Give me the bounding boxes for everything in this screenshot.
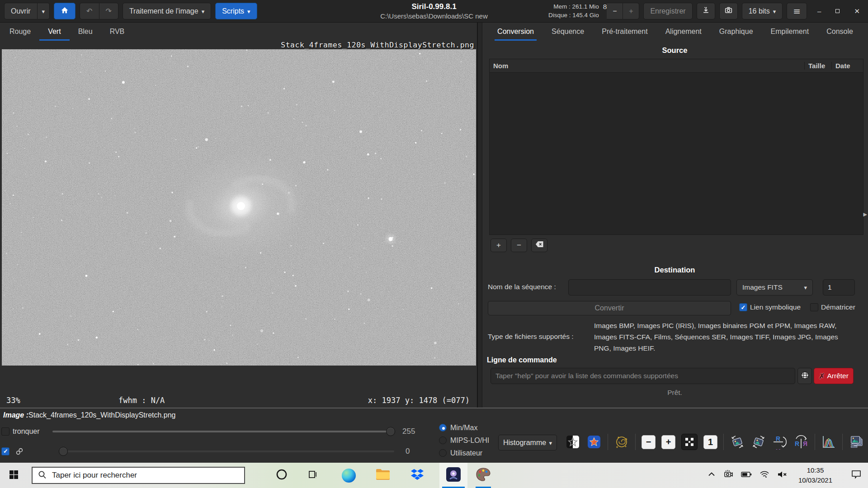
open-button[interactable]: Ouvrir [4,3,38,19]
panel-expander-arrow[interactable]: ▶ [863,211,867,217]
pane-splitter[interactable] [477,23,482,408]
column-taille[interactable]: Taille [804,62,831,70]
debayer-checkbox[interactable]: Dématricer [810,303,855,311]
thread-decrement-button[interactable]: − [607,3,623,19]
link-sliders-checkbox[interactable] [1,447,9,455]
tab-graphique[interactable]: Graphique [717,23,756,41]
source-file-table: Nom Taille Date [489,59,863,235]
redo-button[interactable]: ↷ [99,3,118,19]
start-index-input[interactable] [823,279,855,296]
symlink-checkbox[interactable]: Lien symbolique [739,303,801,311]
column-date[interactable]: Date [831,62,863,70]
filetypes-label: Type de fichiers supportés : [488,333,574,341]
slider-handle[interactable] [59,447,68,456]
undo-button[interactable]: ↶ [80,3,99,19]
display-controls-bar: Image :Stack_4frames_120s_WithDisplayStr… [0,408,868,463]
tab-pretraitement[interactable]: Pré-traitement [599,23,650,41]
tab-sequence[interactable]: Séquence [549,23,587,41]
tab-conversion[interactable]: Conversion [495,23,537,41]
command-input[interactable] [491,368,795,384]
start-button[interactable] [0,463,27,488]
add-files-button[interactable]: + [491,239,507,252]
taskbar-app-dropbox[interactable] [407,463,428,488]
histogram-button[interactable] [821,434,836,450]
slider-handle[interactable] [386,427,395,436]
taskbar-app-edge[interactable] [338,463,359,488]
tray-battery-icon[interactable] [741,471,752,480]
star-detection-button[interactable] [586,434,602,450]
tab-rouge[interactable]: Rouge [1,23,39,41]
window-controls: – ✕ [817,7,860,15]
close-button[interactable]: ✕ [854,7,860,15]
sequence-list-button[interactable] [849,434,864,450]
command-help-button[interactable] [797,368,812,384]
display-mode-dropdown[interactable]: Histogramme [498,435,557,450]
redo-icon: ↷ [106,7,112,15]
tray-chevron-icon[interactable] [708,470,716,480]
taskbar-search[interactable]: Taper ici pour rechercher [32,467,245,484]
tray-volume-muted-icon[interactable] [777,470,788,480]
source-file-list[interactable] [490,73,863,235]
output-format-dropdown[interactable]: Images FITS [736,279,813,296]
disk-space: Disque : 145.4 Gio [548,11,599,19]
zoom-one-to-one-button[interactable]: 1 [703,435,717,449]
tab-alignement[interactable]: Alignement [663,23,704,41]
zoom-out-button[interactable]: − [642,435,656,449]
radio-utilisateur[interactable]: Utilisateur [439,448,489,458]
home-button[interactable] [54,3,75,19]
task-view-button[interactable] [302,463,323,488]
radio-mips-lo-hi[interactable]: MIPS-LO/HI [439,436,489,445]
bit-depth-dropdown[interactable]: 16 bits [742,3,783,19]
tab-vert[interactable]: Vert [39,23,69,41]
zoom-in-button[interactable]: + [661,435,675,449]
current-image-label: Image :Stack_4frames_120s_WithDisplayStr… [3,411,176,419]
action-center-icon[interactable] [851,469,862,481]
radio-icon [439,449,447,457]
tab-bleu[interactable]: Bleu [70,23,101,41]
remove-files-button[interactable]: − [511,239,527,252]
hamburger-menu-button[interactable]: ≡ [787,3,807,19]
filetypes-text: Images BMP, Images PIC (IRIS), Images bi… [594,320,853,354]
taskbar-app-file-explorer[interactable] [373,463,393,488]
column-nom[interactable]: Nom [490,62,804,70]
save-button[interactable]: Enregistrer [643,3,692,19]
tab-console[interactable]: Console [824,23,856,41]
galaxy-annotation-button[interactable] [614,434,629,450]
convert-button[interactable]: Convertir [488,301,731,315]
zoom-fit-button[interactable] [681,434,698,450]
image-canvas[interactable] [2,49,476,366]
thread-count-value[interactable]: 8 [603,3,607,19]
taskbar-clock[interactable]: 10:35 10/03/2021 [798,465,832,486]
tab-rvb[interactable]: RVB [101,23,133,41]
cortana-button[interactable] [271,463,292,488]
low-threshold-slider[interactable] [60,446,394,456]
sequence-name-input[interactable] [568,279,731,296]
taskbar-app-siril[interactable] [439,463,467,488]
open-recent-dropdown[interactable] [38,3,50,19]
scripts-menu-button[interactable]: Scripts [215,3,257,19]
minimize-button[interactable]: – [817,7,821,15]
save-as-button[interactable] [697,3,715,19]
tray-camera-icon[interactable] [723,470,733,481]
taskbar-app-paint[interactable] [473,463,494,488]
radio-minmax[interactable]: Min/Max [439,423,489,432]
rotate-left-button[interactable] [730,434,745,450]
thread-increment-button[interactable]: + [623,3,639,19]
rotate-right-button[interactable] [751,434,766,450]
tab-empilement[interactable]: Empilement [768,23,811,41]
display-mode-radios: Min/Max MIPS-LO/HI Utilisateur [439,423,489,458]
star-threshold-toggle[interactable] [565,434,580,450]
flip-vertical-button[interactable]: RR [772,434,788,450]
clear-files-button[interactable] [531,239,547,252]
panel-tabs: Conversion Séquence Pré-traitement Align… [482,23,868,41]
snapshot-button[interactable] [719,3,738,19]
maximize-button[interactable] [835,9,840,13]
high-threshold-slider[interactable] [52,427,394,436]
tray-wifi-icon[interactable] [760,470,769,480]
chevron-down-icon [42,7,45,15]
truncate-checkbox[interactable] [1,427,9,436]
stop-button[interactable]: ✗Arrêter [814,368,854,384]
working-directory: C:\Users\sebas\Downloads\SC new [380,12,488,21]
image-processing-menu-button[interactable]: Traitement de l'image [123,3,211,19]
flip-horizontal-button[interactable]: RR [793,434,809,450]
